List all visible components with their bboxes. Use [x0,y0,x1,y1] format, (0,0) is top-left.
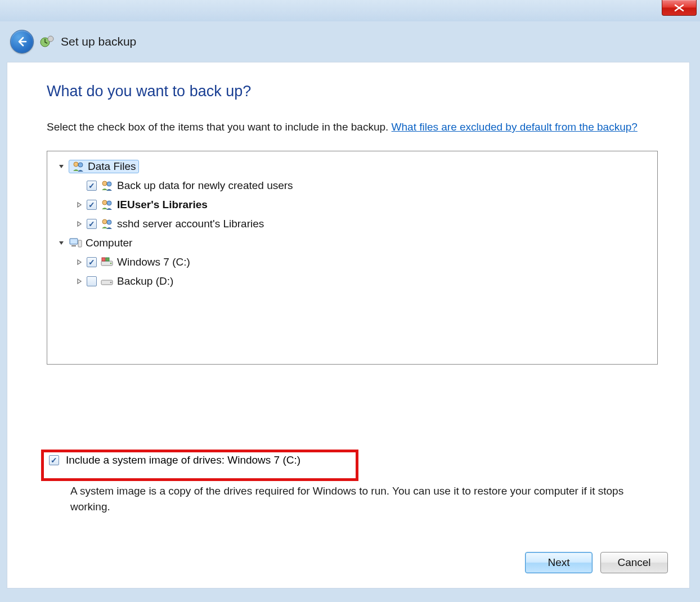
backup-wizard-icon [39,34,55,50]
button-bar: Next Cancel [525,552,668,573]
page-heading: What do you want to back up? [47,83,658,100]
expander-icon[interactable] [75,201,83,209]
checkbox[interactable] [87,276,97,286]
next-button[interactable]: Next [525,552,593,573]
expander-icon[interactable] [57,163,65,170]
checkbox[interactable] [87,257,97,267]
drive-icon [100,256,114,268]
svg-rect-12 [78,240,82,247]
checkbox[interactable] [87,219,97,229]
cancel-button[interactable]: Cancel [600,552,668,573]
close-button[interactable] [662,0,697,16]
tree-node-drive-c[interactable]: Windows 7 (C:) [55,253,649,272]
svg-point-5 [107,182,111,186]
tree-node-new-users[interactable]: ▸ Back up data for newly created users [55,176,649,195]
tree-node-ieuser-libraries[interactable]: IEUser's Libraries [55,195,649,214]
back-button[interactable] [10,30,34,53]
expander-icon[interactable] [75,277,83,285]
window-titlebar [0,0,700,21]
expander-icon[interactable] [57,239,65,247]
tree-label: Back up data for newly created users [117,179,293,192]
svg-rect-16 [106,258,109,261]
content-pane: What do you want to back up? Select the … [7,62,690,588]
system-image-checkbox[interactable] [49,455,59,465]
computer-icon [69,237,82,249]
svg-rect-11 [71,245,76,246]
close-icon [674,4,685,12]
svg-point-14 [110,262,112,264]
svg-point-7 [107,201,111,205]
users-icon [100,218,114,230]
svg-rect-15 [102,258,105,261]
system-image-row: Include a system image of drives: Window… [49,454,300,466]
svg-point-4 [102,181,107,186]
svg-point-1 [48,36,53,42]
tree-node-drive-d[interactable]: Backup (D:) [55,272,649,291]
instruction-before-link: Select the check box of the items that y… [47,121,392,133]
users-icon [71,160,85,173]
system-image-description: A system image is a copy of the drives r… [70,483,656,514]
tree-label: IEUser's Libraries [117,199,208,211]
checkbox[interactable] [87,181,97,191]
help-link[interactable]: What files are excluded by default from … [392,121,638,133]
wizard-title: Set up backup [61,35,136,48]
tree-node-computer[interactable]: Computer [55,233,649,253]
tree-label: Data Files [88,160,136,173]
svg-rect-10 [70,239,78,244]
backup-items-tree: Data Files ▸ Back up data for newly crea… [47,151,658,365]
svg-point-8 [102,219,107,224]
svg-point-2 [74,162,78,167]
tree-node-sshd-libraries[interactable]: sshd server account's Libraries [55,214,649,233]
tree-label: Backup (D:) [117,275,173,287]
checkbox[interactable] [87,200,97,210]
svg-point-18 [110,281,112,283]
instruction-text: Select the check box of the items that y… [47,119,658,135]
svg-point-3 [78,163,83,167]
expander-icon[interactable] [75,258,83,266]
users-icon [100,199,114,211]
drive-icon [100,275,114,287]
tree-node-data-files[interactable]: Data Files [55,157,649,176]
tree-label: Windows 7 (C:) [117,256,190,268]
tree-label: sshd server account's Libraries [117,218,264,230]
wizard-header: Set up backup [0,21,700,62]
system-image-label: Include a system image of drives: Window… [66,454,300,466]
arrow-left-icon [16,35,28,48]
users-icon [100,179,114,192]
tree-label: Computer [86,237,132,249]
expander-icon[interactable] [75,220,83,228]
svg-point-9 [107,220,111,224]
svg-point-6 [102,200,107,205]
